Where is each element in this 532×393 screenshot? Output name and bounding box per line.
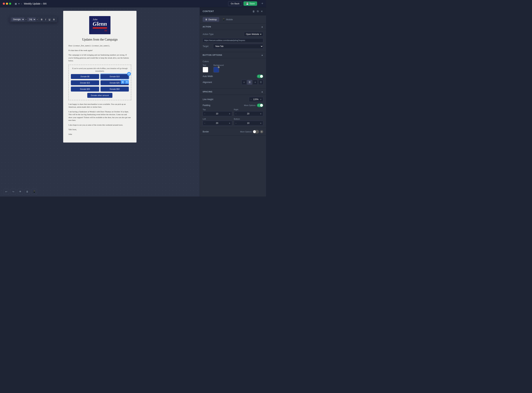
padding-toggle[interactable]: ✓ [257, 103, 263, 107]
save-button[interactable]: 💾 Save [243, 1, 257, 6]
border-row: Border More Options ✕ [203, 130, 263, 133]
color-clear-icon[interactable]: ✕ [218, 66, 220, 68]
fullscreen-button[interactable] [9, 3, 11, 5]
back-icon[interactable]: ‹ [21, 2, 22, 5]
email-greeting: Dear {{contact_first_name}} {{contact_la… [68, 44, 131, 47]
close-button[interactable] [3, 3, 5, 5]
redo-button[interactable]: ↪ [10, 189, 16, 194]
email-frame: John Glenn '84 Updates from the Campaign… [63, 11, 136, 142]
auto-width-toggle[interactable]: ✓ [257, 75, 263, 78]
desktop-view-button[interactable]: 🖥 [24, 189, 30, 194]
copy-cell-button[interactable]: ⧉ [125, 80, 129, 84]
undo-button[interactable]: ↩ [4, 189, 9, 194]
view-tabs: 🖥 Desktop 📱 Mobile [200, 15, 266, 24]
italic-button[interactable]: I [44, 18, 47, 21]
minimize-button[interactable] [6, 3, 8, 5]
auto-width-label: Auto Width [203, 75, 213, 78]
target-select[interactable]: New Tab [213, 44, 263, 49]
donate-other-button[interactable]: Donate other amount [87, 93, 112, 98]
padding-left-stepper: - 20 + [203, 121, 232, 126]
button-options-header[interactable]: BUTTON OPTIONS ▲ [200, 52, 266, 58]
align-left-button[interactable]: ≡ [242, 80, 247, 85]
font-family-select[interactable]: Georgia [11, 17, 24, 21]
target-label: Target [203, 45, 213, 48]
tab-desktop[interactable]: 🖥 Desktop [203, 17, 219, 22]
padding-bottom-label: Bottom [234, 118, 263, 120]
sidebar-toggle-icon[interactable]: ▣ [15, 2, 17, 5]
donate-10-button[interactable]: Donate $10 [101, 74, 129, 79]
padding-top-increase[interactable]: + [227, 111, 232, 116]
border-controls: More Options ✕ [240, 130, 263, 133]
panel-copy-icon[interactable]: ⧉ [256, 10, 259, 13]
donate-15-button[interactable]: Donate $15 [71, 80, 99, 85]
strikethrough-button[interactable]: S [52, 18, 55, 21]
mobile-view-button[interactable]: 📱 [31, 189, 37, 194]
donation-text: If you've saved your payment info with A… [71, 67, 129, 72]
underline-button[interactable]: U [48, 18, 51, 21]
donate-5-button[interactable]: Donate $5 [71, 74, 99, 79]
preview-button[interactable]: 👁 [17, 189, 23, 194]
padding-bottom-decrease[interactable]: - [234, 121, 238, 125]
tab-mobile[interactable]: 📱 Mobile [220, 17, 235, 22]
spacing-chevron-icon: ▲ [261, 90, 263, 93]
save-label: Save [250, 2, 255, 5]
logo-bar [92, 27, 107, 29]
padding-more-options-link[interactable]: More Options [244, 104, 256, 106]
padding-left-decrease[interactable]: - [203, 121, 207, 125]
action-type-chevron-icon: ▾ [260, 33, 261, 35]
drag-handle[interactable]: ✥ [127, 72, 131, 76]
go-back-button[interactable]: Go Back [228, 1, 242, 6]
main-layout: Georgia ▾ 14px ▾ B I U S John G [0, 7, 266, 196]
donate-50-button[interactable]: Donate $50 [101, 87, 129, 92]
padding-left-label: Left [203, 118, 232, 120]
padding-row: Padding More Options ✓ [203, 103, 263, 107]
line-height-stepper: - 120% + [249, 97, 263, 102]
url-input[interactable] [203, 38, 263, 42]
padding-top-decrease[interactable]: - [203, 111, 207, 116]
panel-delete-icon[interactable]: 🗑 [252, 10, 255, 13]
spacing-section-title: SPACING [203, 91, 213, 93]
panel-header-actions: 🗑 ⧉ ✕ [252, 10, 263, 13]
mobile-icon: 📱 [222, 18, 225, 21]
border-toggle[interactable] [253, 130, 259, 133]
padding-bottom-increase[interactable]: + [258, 121, 263, 125]
align-center-button[interactable]: ☰ [247, 80, 252, 85]
delete-cell-button[interactable]: 🗑 [121, 80, 125, 84]
padding-top-label: Top [203, 108, 232, 111]
line-height-value: 120% [253, 98, 258, 101]
align-justify-button[interactable]: ☰ [258, 80, 263, 85]
donation-section: If you've saved your payment info with A… [68, 65, 131, 100]
toggle-check-icon: ✓ [258, 75, 259, 77]
donate-35-button[interactable]: Donate $35 [71, 87, 99, 92]
panel-header: CONTENT 🗑 ⧉ ✕ [200, 7, 266, 15]
dropdown-arrow-icon: ▾ [25, 19, 26, 20]
padding-right-increase[interactable]: + [258, 111, 263, 116]
dropdown-chevron-icon[interactable]: ▾ [18, 2, 19, 5]
bg-color-swatch[interactable]: ✕ [213, 67, 219, 73]
action-type-dropdown[interactable]: Open Website ▾ [244, 32, 263, 36]
padding-left-increase[interactable]: + [227, 121, 232, 125]
line-height-decrease-button[interactable]: - [249, 97, 253, 102]
donate-buttons-grid: Donate $5 Donate $10 ✥ 🗑 ⧉ Donate $15 [71, 74, 129, 92]
donate-10-cell: Donate $10 ✥ 🗑 ⧉ [101, 74, 129, 79]
panel-close-icon[interactable]: ✕ [261, 10, 263, 13]
titlebar-icons: ▣ ▾ ‹ [15, 2, 22, 5]
tab-mobile-label: Mobile [226, 18, 233, 21]
border-more-options-link[interactable]: More Options [240, 131, 252, 133]
canvas-scroll[interactable]: Georgia ▾ 14px ▾ B I U S John G [4, 11, 196, 182]
action-type-label: Action Type [203, 33, 213, 35]
padding-right-decrease[interactable]: - [234, 111, 238, 116]
border-toggle-knob [253, 130, 256, 133]
plus-icon[interactable]: + [261, 2, 263, 5]
action-section-header[interactable]: ACTION ▲ [200, 24, 266, 30]
padding-toggle-check-icon: ✓ [258, 104, 259, 106]
text-color-swatch[interactable] [203, 67, 208, 73]
border-clear-button[interactable]: ✕ [260, 130, 263, 133]
bold-button[interactable]: B [40, 18, 43, 21]
line-height-increase-button[interactable]: + [258, 97, 263, 102]
padding-top-item: Top - 10 + [203, 108, 232, 116]
spacing-section-header[interactable]: SPACING ▲ [200, 89, 266, 95]
align-right-button[interactable]: ≡ [253, 80, 258, 85]
font-size-select[interactable]: 14px [27, 17, 36, 21]
line-height-row: Line Height - 120% + [203, 97, 263, 102]
